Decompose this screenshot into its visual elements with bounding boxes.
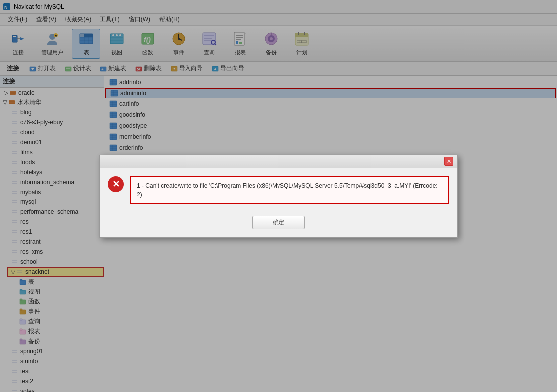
error-dialog: ✕ ✕ 1 - Can't create/write to file 'C:\P… [99,155,458,238]
ok-button[interactable]: 确定 [252,216,305,229]
error-message-text: 1 - Can't create/write to file 'C:\Progr… [137,182,438,198]
error-icon: ✕ [108,176,124,192]
modal-overlay: ✕ ✕ 1 - Can't create/write to file 'C:\P… [0,0,557,392]
modal-footer: 确定 [100,212,457,237]
error-message-box: 1 - Can't create/write to file 'C:\Progr… [130,176,449,204]
modal-close-button[interactable]: ✕ [444,157,453,166]
modal-body: ✕ 1 - Can't create/write to file 'C:\Pro… [100,168,457,212]
modal-titlebar: ✕ [100,155,457,168]
